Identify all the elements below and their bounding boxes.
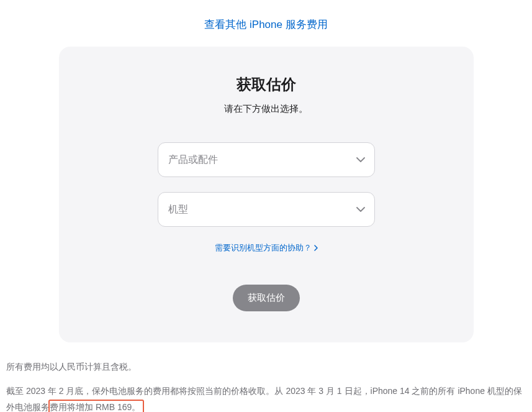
chevron-right-icon [314,245,318,251]
card-title: 获取估价 [84,75,449,94]
help-link-label: 需要识别机型方面的协助？ [215,242,312,254]
estimate-card: 获取估价 请在下方做出选择。 产品或配件 机型 需要识别机型方面的协助？ 获取估… [59,47,474,342]
model-select[interactable]: 机型 [158,192,375,227]
other-services-link[interactable]: 查看其他 iPhone 服务费用 [204,19,327,30]
identify-model-help-link[interactable]: 需要识别机型方面的协助？ [215,242,318,254]
get-estimate-button[interactable]: 获取估价 [233,285,300,311]
footer-line-1: 所有费用均以人民币计算且含税。 [6,359,526,375]
card-subtitle: 请在下方做出选择。 [84,103,449,115]
product-select[interactable]: 产品或配件 [158,142,375,177]
price-increase-highlight: 费用将增加 RMB 169。 [50,402,140,412]
footer-line-2: 截至 2023 年 2 月底，保外电池服务的费用都将按照当前的价格收取。从 20… [6,383,526,412]
footer-notes: 所有费用均以人民币计算且含税。 截至 2023 年 2 月底，保外电池服务的费用… [0,342,532,412]
